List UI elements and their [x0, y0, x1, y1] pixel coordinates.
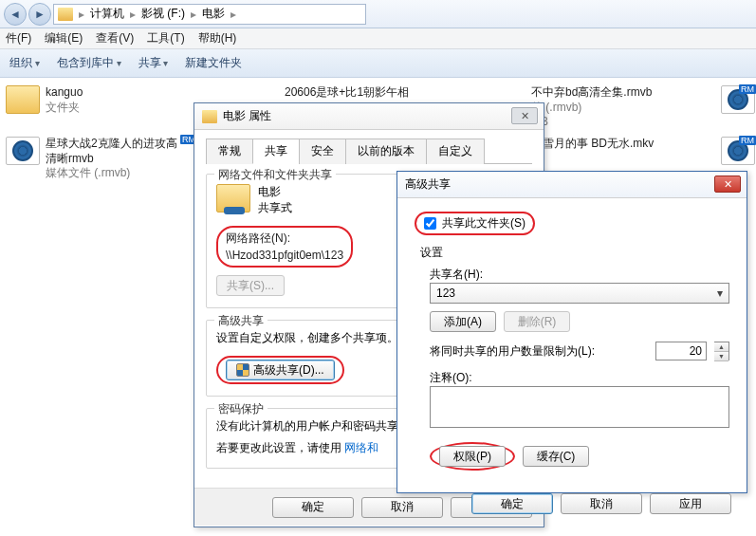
tab-custom[interactable]: 自定义 [426, 139, 485, 164]
group-title: 密码保护 [214, 401, 267, 417]
group-title: 网络文件和文件夹共享 [214, 167, 336, 183]
share-state: 共享式 [258, 200, 292, 216]
group-title: 高级共享 [214, 313, 267, 329]
dialog-footer: 确定 取消 应用 [397, 484, 747, 527]
netpath-value: \\Hzod331pfgit0em\123 [226, 249, 343, 262]
advanced-sharing-dialog: 高级共享 ✕ 共享此文件夹(S) 设置 共享名(H): 123 添加(A) 删除… [396, 171, 747, 493]
file-type: 件 (.rmvb) [531, 101, 652, 116]
sharename-label: 共享名(H): [430, 267, 729, 283]
network-center-link[interactable]: 网络和 [344, 441, 378, 454]
breadcrumb-item[interactable]: 计算机 [90, 6, 124, 22]
video-icon: RM [721, 137, 755, 165]
chevron-right-icon: ▸ [191, 8, 196, 21]
spinner[interactable]: ▲▼ [714, 342, 729, 360]
annotation-oval: 高级共享(D)... [216, 356, 344, 384]
ok-button[interactable]: 确定 [471, 493, 553, 514]
file-name: 不中弃bd高清全集.rmvb [531, 85, 652, 101]
nav-fwd-button[interactable]: ► [28, 3, 51, 26]
file-type: 媒体文件 (.rmvb) [46, 166, 188, 181]
dialog-titlebar[interactable]: 电影 属性 ✕ [194, 103, 544, 130]
netpath-label: 网络路径(N): [226, 231, 290, 245]
toolbar-include[interactable]: 包含到库中 [57, 55, 121, 71]
advanced-share-button[interactable]: 高级共享(D)... [226, 360, 335, 380]
close-button[interactable]: ✕ [511, 107, 538, 124]
toolbar-share[interactable]: 共享 [138, 55, 169, 71]
user-limit-label: 将同时共享的用户数量限制为(L): [430, 343, 648, 360]
file-name: 星球大战2克隆人的进攻高清晰rmvb [46, 137, 188, 166]
cancel-button[interactable]: 取消 [561, 493, 642, 514]
ok-button[interactable]: 确定 [272, 497, 354, 518]
chevron-right-icon: ▸ [79, 8, 84, 21]
user-limit-input[interactable] [655, 342, 707, 360]
menu-view[interactable]: 查看(V) [96, 30, 134, 46]
file-pane: kanguo 文件夹 RM 星球大战2克隆人的进攻高清晰rmvb 媒体文件 (.… [0, 78, 756, 93]
shield-icon [236, 363, 249, 377]
annotation-oval: 权限(P) [430, 442, 515, 471]
shared-folder-icon [216, 184, 250, 213]
file-item-video[interactable]: 龙雪月的事 BD无水.mkv RM [531, 137, 749, 152]
file-item-video[interactable]: 不中弃bd高清全集.rmvb 件 (.rmvb) MB RM [531, 85, 749, 130]
file-type: 文件夹 [46, 101, 83, 116]
file-item-video[interactable]: RM 星球大战2克隆人的进攻高清晰rmvb 媒体文件 (.rmvb) [6, 137, 195, 181]
toolbar-organize[interactable]: 组织 [9, 55, 40, 71]
dialog-title: 电影 属性 [223, 108, 271, 124]
dialog-body: 共享此文件夹(S) 设置 共享名(H): 123 添加(A) 删除(R) 将同时… [397, 198, 747, 484]
share-button[interactable]: 共享(S)... [216, 275, 285, 296]
tab-general[interactable]: 常规 [206, 139, 253, 164]
folder-icon [202, 110, 217, 123]
folder-name: 电影 [258, 184, 292, 200]
menu-edit[interactable]: 编辑(E) [45, 30, 83, 46]
share-this-folder-checkbox[interactable]: 共享此文件夹(S) [424, 215, 526, 231]
video-icon: RM [6, 137, 40, 165]
toolbar-newfolder[interactable]: 新建文件夹 [185, 55, 242, 71]
btn-label: 高级共享(D)... [253, 363, 324, 377]
file-name: 龙雪月的事 BD无水.mkv [531, 137, 654, 152]
folder-icon [6, 85, 40, 114]
dialog-titlebar[interactable]: 高级共享 ✕ [397, 172, 747, 198]
tab-previous[interactable]: 以前的版本 [345, 139, 427, 164]
file-name: 20606是球+比1朝影午相 [285, 85, 409, 101]
spin-down-icon[interactable]: ▼ [714, 352, 728, 361]
sharename-value: 123 [436, 286, 455, 300]
menu-help[interactable]: 帮助(H) [198, 30, 237, 46]
nav-back-button[interactable]: ◄ [4, 3, 27, 26]
add-button[interactable]: 添加(A) [430, 311, 496, 332]
chevron-right-icon: ▸ [230, 8, 236, 21]
annotation-oval: 共享此文件夹(S) [415, 212, 535, 235]
file-item-video[interactable]: 20606是球+比1朝影午相 [285, 85, 531, 101]
change-setting-text: 若要更改此设置，请使用 [216, 441, 341, 454]
folder-icon [58, 8, 73, 21]
file-size: MB [531, 115, 652, 130]
checkbox-label: 共享此文件夹(S) [442, 215, 526, 231]
menu-bar: 件(F) 编辑(E) 查看(V) 工具(T) 帮助(H) [0, 28, 756, 49]
toolbar: 组织 包含到库中 共享 新建文件夹 [0, 49, 756, 78]
menu-tools[interactable]: 工具(T) [147, 30, 184, 46]
file-item-folder[interactable]: kanguo 文件夹 [6, 85, 195, 115]
breadcrumb[interactable]: ▸ 计算机 ▸ 影视 (F:) ▸ 电影 ▸ [53, 4, 366, 25]
sharename-combobox[interactable]: 123 [430, 283, 729, 304]
tab-security[interactable]: 安全 [299, 139, 346, 164]
annotation-oval: 网络路径(N): \\Hzod331pfgit0em\123 [216, 226, 353, 268]
chevron-right-icon: ▸ [130, 8, 136, 21]
address-bar: ◄ ► ▸ 计算机 ▸ 影视 (F:) ▸ 电影 ▸ [0, 0, 756, 28]
permissions-button[interactable]: 权限(P) [439, 446, 506, 467]
spin-up-icon[interactable]: ▲ [714, 342, 728, 352]
dialog-title: 高级共享 [405, 176, 451, 193]
tab-sharing[interactable]: 共享 [252, 139, 300, 164]
apply-button[interactable]: 应用 [650, 493, 731, 514]
checkbox-input[interactable] [424, 217, 436, 230]
settings-label: 设置 [420, 245, 729, 261]
tabs: 常规 共享 安全 以前的版本 自定义 [206, 138, 532, 164]
comment-textarea[interactable] [430, 386, 729, 428]
video-icon: RM [721, 85, 755, 114]
menu-file[interactable]: 件(F) [6, 30, 31, 46]
breadcrumb-item[interactable]: 电影 [202, 6, 225, 22]
comment-label: 注释(O): [430, 370, 729, 386]
breadcrumb-item[interactable]: 影视 (F:) [141, 6, 185, 22]
remove-button[interactable]: 删除(R) [504, 311, 570, 332]
cache-button[interactable]: 缓存(C) [523, 446, 589, 467]
close-button[interactable]: ✕ [714, 176, 741, 193]
file-name: kanguo [46, 85, 83, 101]
